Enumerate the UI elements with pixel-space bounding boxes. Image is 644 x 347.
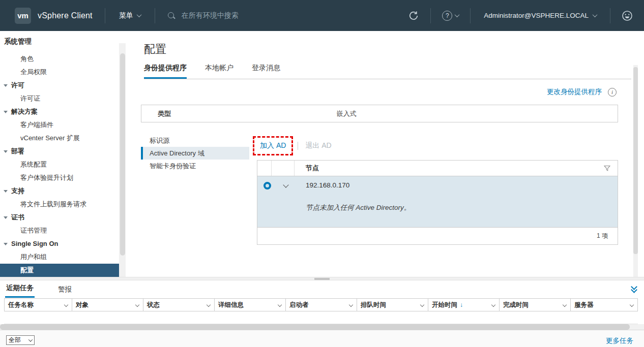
- col-target: 对象: [72, 299, 143, 311]
- sidebar-scrollbar[interactable]: [119, 43, 126, 277]
- vmware-logo-text: vm: [17, 11, 28, 20]
- subnav-smart-card-auth[interactable]: 智能卡身份验证: [141, 160, 249, 172]
- col-completion-time: 完成时间: [500, 299, 571, 311]
- tasks-table-header: 任务名称 对象 状态 详细信息 启动者 排队时间 开始时间↓ 完成时间 服务器: [4, 298, 638, 311]
- sidebar-section-certificates[interactable]: 证书: [0, 211, 127, 224]
- sidebar-item-licenses[interactable]: 许可证: [0, 92, 127, 105]
- radio-selected-icon[interactable]: [264, 182, 271, 190]
- refresh-icon: [408, 10, 419, 21]
- row-expand-chevron-icon[interactable]: [283, 182, 288, 187]
- sidebar-nav: 系统管理 角色 全局权限 许可 许可证 解决方案 客户端插件 vCenter S…: [0, 31, 127, 277]
- page-title: 配置: [144, 42, 166, 57]
- sidebar-item-client-plugins[interactable]: 客户端插件: [0, 118, 127, 132]
- subnav-active-directory-domain[interactable]: Active Directory 域: [141, 147, 249, 160]
- more-tasks-link[interactable]: 更多任务: [606, 336, 633, 345]
- column-menu-icon[interactable]: [349, 303, 353, 307]
- tab-identity-provider[interactable]: 身份提供程序: [144, 64, 187, 79]
- column-menu-icon[interactable]: [491, 303, 495, 307]
- node-column-header: 节点: [295, 164, 604, 173]
- sidebar-item-roles[interactable]: 角色: [0, 52, 127, 66]
- annotation-red-box: 加入 AD: [253, 136, 293, 155]
- sidebar-item-global-permissions[interactable]: 全局权限: [0, 66, 127, 79]
- caret-down-icon: [4, 190, 8, 193]
- col-server: 服务器: [571, 299, 637, 311]
- main-scrollbar-thumb[interactable]: [633, 67, 638, 254]
- join-ad-button[interactable]: 加入 AD: [260, 141, 286, 149]
- tasks-tab-bar: 近期任务 警报: [0, 280, 644, 298]
- tasks-horizontal-scrollbar[interactable]: [0, 324, 644, 330]
- tab-local-accounts[interactable]: 本地帐户: [205, 64, 233, 79]
- select-chevron-icon: [28, 337, 33, 341]
- menu-label: 菜单: [119, 11, 133, 20]
- type-label: 类型: [141, 109, 337, 118]
- global-search-input[interactable]: 在所有环境中搜索: [155, 11, 251, 20]
- search-placeholder: 在所有环境中搜索: [182, 11, 239, 20]
- sidebar-item-configuration[interactable]: 配置: [0, 264, 120, 277]
- node-ip: 192.168.0.170: [306, 181, 349, 189]
- sidebar-item-upload-file[interactable]: 将文件上载到服务请求: [0, 198, 127, 211]
- sort-descending-icon[interactable]: ↓: [460, 301, 463, 308]
- sidebar-section-deployment[interactable]: 部署: [0, 145, 127, 158]
- tab-alarms[interactable]: 警报: [57, 285, 73, 298]
- radio-column-header: [257, 161, 272, 176]
- refresh-button[interactable]: [397, 0, 430, 31]
- menu-dropdown[interactable]: 菜单: [105, 0, 155, 31]
- column-menu-icon[interactable]: [563, 303, 567, 307]
- help-dropdown[interactable]: ?: [431, 0, 470, 31]
- chevron-down-icon: [593, 12, 598, 17]
- tasks-hscrollbar-thumb[interactable]: [0, 324, 630, 330]
- change-identity-provider-link[interactable]: 更改身份提供程序: [547, 87, 602, 97]
- recent-tasks-panel: 近期任务 警报 任务名称 对象 状态 详细信息 启动者 排队时间 开始时间↓ 完…: [0, 280, 644, 347]
- column-menu-icon[interactable]: [630, 303, 634, 307]
- info-icon[interactable]: i: [608, 88, 617, 97]
- col-details: 详细信息: [215, 299, 286, 311]
- collapse-panel-icon[interactable]: [630, 285, 638, 293]
- sidebar-item-ceip[interactable]: 客户体验提升计划: [0, 171, 127, 184]
- col-queued-time: 排队时间: [357, 299, 428, 311]
- sidebar-item-certificate-management[interactable]: 证书管理: [0, 224, 127, 237]
- expander-column-header: [272, 161, 295, 176]
- tab-login-message[interactable]: 登录消息: [252, 64, 280, 79]
- task-filter-value: 全部: [9, 336, 21, 344]
- node-detail-message: 节点未加入任何 Active Directory。: [306, 203, 411, 212]
- sidebar-scrollbar-thumb[interactable]: [120, 53, 125, 256]
- smiley-icon: [621, 10, 633, 22]
- config-tabs: 身份提供程序 本地帐户 登录消息: [144, 64, 631, 79]
- sidebar-section-solutions[interactable]: 解决方案: [0, 105, 127, 118]
- sidebar-tree: 角色 全局权限 许可 许可证 解决方案 客户端插件 vCenter Server…: [0, 52, 127, 277]
- panel-splitter[interactable]: [0, 277, 644, 280]
- product-title: vSphere Client: [38, 11, 93, 20]
- task-filter-select[interactable]: 全部: [6, 335, 35, 345]
- column-menu-icon[interactable]: [135, 303, 139, 307]
- node-table-footer: 1 项: [257, 227, 618, 244]
- action-divider: [298, 142, 298, 150]
- column-menu-icon[interactable]: [278, 303, 282, 307]
- column-menu-icon[interactable]: [420, 303, 424, 307]
- vmware-logo[interactable]: vm: [15, 8, 31, 24]
- main-scrollbar[interactable]: [633, 65, 638, 277]
- tasks-table-empty-body: [4, 311, 638, 324]
- splitter-handle[interactable]: [314, 278, 330, 280]
- sidebar-item-users-and-groups[interactable]: 用户和组: [0, 250, 127, 264]
- tab-recent-tasks[interactable]: 近期任务: [5, 283, 35, 298]
- tasks-footer-bar: 全部 更多任务: [0, 330, 644, 347]
- identity-subnav: 标识源 Active Directory 域 智能卡身份验证: [141, 132, 249, 245]
- ad-domain-panel: 加入 AD 退出 AD 节点 192.168.0.170: [257, 132, 618, 245]
- filter-icon[interactable]: [604, 165, 610, 172]
- sidebar-section-single-sign-on[interactable]: Single Sign On: [0, 237, 127, 250]
- sidebar-section-licensing[interactable]: 许可: [0, 79, 127, 92]
- col-start-time: 开始时间↓: [428, 299, 500, 311]
- sidebar-item-vcenter-extensions[interactable]: vCenter Server 扩展: [0, 132, 127, 145]
- subnav-identity-sources[interactable]: 标识源: [141, 134, 249, 147]
- feedback-button[interactable]: [610, 0, 644, 31]
- main-content: 配置 身份提供程序 本地帐户 登录消息 更改身份提供程序 i 类型 嵌入式 标识…: [127, 31, 644, 277]
- caret-down-icon: [4, 216, 8, 219]
- sidebar-section-support[interactable]: 支持: [0, 184, 127, 198]
- sidebar-item-system-configuration[interactable]: 系统配置: [0, 158, 127, 171]
- leave-ad-button[interactable]: 退出 AD: [305, 141, 331, 150]
- col-task-name: 任务名称: [5, 299, 72, 311]
- node-row-selected[interactable]: 192.168.0.170 节点未加入任何 Active Directory。: [257, 176, 618, 227]
- column-menu-icon[interactable]: [64, 303, 68, 307]
- user-menu[interactable]: Administrator@VSPHERE.LOCAL: [471, 12, 610, 19]
- column-menu-icon[interactable]: [207, 303, 211, 307]
